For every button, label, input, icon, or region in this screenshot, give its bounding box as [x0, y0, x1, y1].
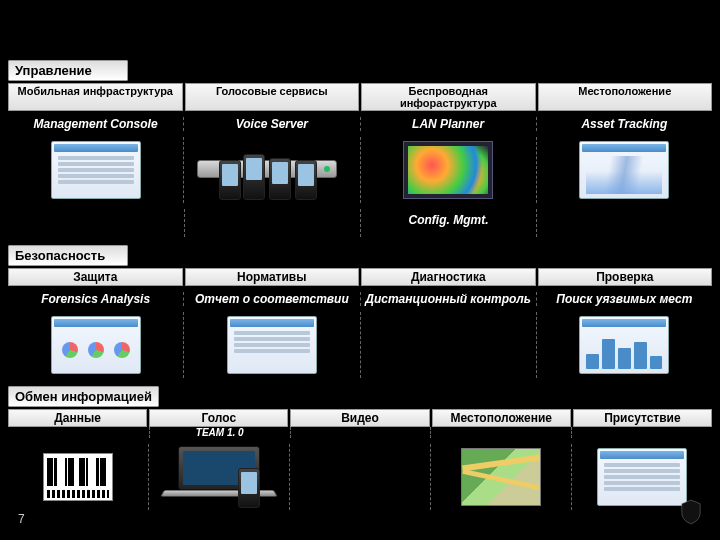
- report-icon: [227, 316, 317, 374]
- section-title-management: Управление: [8, 60, 128, 81]
- sub-compliance-report: Отчет о соответствии: [183, 292, 359, 306]
- img-management-console: [8, 137, 183, 203]
- map-icon: [461, 448, 541, 506]
- col-location2: Местоположение: [432, 409, 571, 427]
- presence-list-icon: [597, 448, 687, 506]
- sub-forensics: Forensics Analysis: [8, 292, 183, 306]
- mgmt-col-headers: Мобильная инфраструктура Голосовые серви…: [8, 83, 712, 111]
- sec-sub-row: Forensics Analysis Отчет о соответствии …: [8, 292, 712, 306]
- sub-vuln-scan: Поиск уязвимых мест: [536, 292, 712, 306]
- img-forensics: [8, 312, 183, 378]
- col-diagnostics: Диагностика: [361, 268, 536, 286]
- laptop-pda-icon: [164, 446, 274, 508]
- mgmt-image-row: [8, 137, 712, 203]
- img-location2: [430, 444, 571, 510]
- section-communication: Обмен информацией Данные Голос Видео Мес…: [8, 386, 712, 510]
- col-data: Данные: [8, 409, 147, 427]
- sec-image-row: [8, 312, 712, 378]
- sub-config-mgmt: Config. Mgmt.: [361, 213, 536, 227]
- col-verification: Проверка: [538, 268, 713, 286]
- col-wireless-infra: Беспроводная инфораструктура: [361, 83, 536, 111]
- mgmt-extra-row: Config. Mgmt.: [8, 209, 712, 237]
- section-title-communication: Обмен информацией: [8, 386, 159, 407]
- section-security: Безопасность Защита Нормативы Диагностик…: [8, 245, 712, 378]
- img-data: [8, 444, 148, 510]
- screenshot-icon: [51, 141, 141, 199]
- img-lan-planner: [360, 137, 536, 203]
- team-label: TEAM 1. 0: [149, 427, 290, 438]
- brand-logo-icon: [680, 498, 702, 526]
- img-remote: [360, 312, 536, 378]
- img-vuln: [536, 312, 712, 378]
- page-number: 7: [18, 512, 25, 526]
- mgmt-sub-row: Management Console Voice Server LAN Plan…: [8, 117, 712, 131]
- col-protection: Защита: [8, 268, 183, 286]
- sub-asset-tracking: Asset Tracking: [536, 117, 712, 131]
- sub-management-console: Management Console: [8, 117, 183, 131]
- sub-voice-server: Voice Server: [183, 117, 359, 131]
- bar-chart-icon: [579, 316, 669, 374]
- comm-image-row: [8, 444, 712, 510]
- sec-col-headers: Защита Нормативы Диагностика Проверка: [8, 268, 712, 286]
- img-compliance: [183, 312, 359, 378]
- col-presence: Присутствие: [573, 409, 712, 427]
- section-title-security: Безопасность: [8, 245, 128, 266]
- section-management: Управление Мобильная инфраструктура Голо…: [8, 60, 712, 237]
- col-voice-services: Голосовые сервисы: [185, 83, 360, 111]
- col-video: Видео: [290, 409, 429, 427]
- barcode-icon: [43, 453, 113, 501]
- img-asset-tracking: [536, 137, 712, 203]
- devices-icon: [197, 140, 347, 200]
- img-voice-server: [183, 137, 359, 203]
- heatmap-icon: [403, 141, 493, 199]
- col-voice: Голос: [149, 409, 288, 427]
- area-chart-icon: [579, 141, 669, 199]
- sub-remote-control: Дистанционный контроль: [360, 292, 536, 306]
- comm-team-row: TEAM 1. 0: [8, 427, 712, 438]
- col-mobile-infra: Мобильная инфраструктура: [8, 83, 183, 111]
- comm-col-headers: Данные Голос Видео Местоположение Присут…: [8, 409, 712, 427]
- pie-charts-icon: [51, 316, 141, 374]
- col-location: Местоположение: [538, 83, 713, 111]
- img-video: [289, 444, 430, 510]
- col-compliance: Нормативы: [185, 268, 360, 286]
- sub-lan-planner: LAN Planner: [360, 117, 536, 131]
- img-voice: [148, 444, 289, 510]
